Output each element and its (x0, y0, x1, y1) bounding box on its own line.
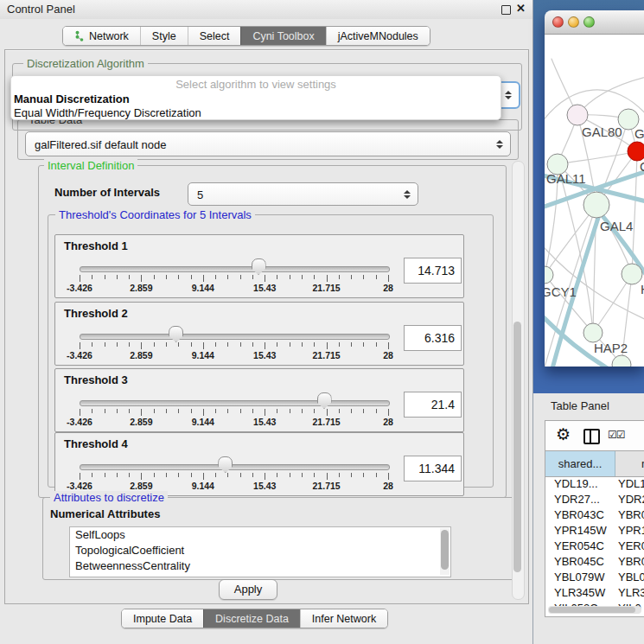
tick-mark (191, 409, 192, 413)
algorithm-option-manual-discretization[interactable]: Manual Discretization (14, 92, 130, 105)
table-row[interactable]: YPR145WYPR1 (545, 523, 644, 539)
threshold-panel-3: Threshold 3-3.4262.8599.14415.4321.71528… (54, 368, 464, 432)
cell-name: YLR3 (618, 585, 644, 601)
table-row[interactable]: YBR045CYBR0 (545, 554, 644, 570)
threshold-panel-1: Threshold 1-3.4262.8599.14415.4321.71528… (54, 234, 464, 298)
threshold-value-input[interactable]: 11.344 (404, 456, 462, 481)
threshold-value-input[interactable]: 6.316 (404, 325, 462, 351)
table-hscrollbar-thumb[interactable] (549, 607, 635, 613)
tick-mark (191, 473, 192, 477)
tick-label: -3.426 (67, 481, 92, 491)
list-item-selfloops[interactable]: SelfLoops (70, 527, 450, 543)
table-row[interactable]: YER054CYER0 (545, 539, 644, 554)
tab-impute-data[interactable]: Impute Data (122, 609, 203, 628)
cell-shared-name: YLR345W (554, 585, 605, 601)
tick-mark (388, 473, 389, 480)
network-node-hap2[interactable] (583, 323, 603, 342)
close-traffic-light-icon[interactable] (552, 16, 564, 28)
tick-mark (178, 473, 179, 477)
numerical-attributes-list[interactable]: SelfLoopsTopologicalCoefficientBetweenne… (69, 526, 451, 577)
tab-discretize-data[interactable]: Discretize Data (203, 609, 300, 628)
panel-scrollbar-thumb[interactable] (513, 322, 521, 572)
table-row[interactable]: YBR043CYBR0 (545, 507, 644, 523)
float-window-icon[interactable] (501, 5, 511, 15)
attributes-group-label: Attributes to discretize (50, 491, 168, 504)
network-node-label: GAL4 (600, 219, 633, 233)
tick-label: 15.43 (253, 481, 276, 491)
tick-mark (327, 342, 328, 349)
network-node-label: GCY1 (545, 284, 577, 299)
network-canvas[interactable]: GAL80GACGAL11GAL4GCY1HHAP2 (545, 35, 644, 367)
network-node-gcy1[interactable] (545, 266, 553, 284)
column-header-name[interactable]: n (615, 451, 644, 476)
column-header-shared-name[interactable]: shared... (545, 451, 615, 476)
tick-mark (290, 409, 290, 413)
threshold-slider-thumb[interactable] (317, 392, 332, 409)
tab-style[interactable]: Style (140, 27, 188, 45)
tab-select[interactable]: Select (188, 27, 241, 45)
tab-label: Style (152, 30, 176, 42)
select-columns-icon[interactable]: ☑☑ (608, 429, 625, 441)
network-node-gal4[interactable] (583, 192, 609, 218)
threshold-slider-track[interactable] (80, 400, 390, 406)
tab-infer-network[interactable]: Infer Network (300, 609, 387, 628)
threshold-slider-track[interactable] (80, 266, 390, 272)
threshold-slider-thumb[interactable] (252, 258, 266, 275)
tick-mark (290, 342, 290, 347)
table-horizontal-scrollbar[interactable] (548, 606, 641, 614)
tick-mark (388, 342, 389, 349)
close-icon[interactable]: ✕ (516, 2, 526, 15)
threshold-value-input[interactable]: 21.4 (404, 392, 462, 418)
minimize-traffic-light-icon[interactable] (568, 16, 579, 28)
network-node-c[interactable] (628, 142, 644, 161)
algorithm-option-equal-width-frequency-discretization[interactable]: Equal Width/Frequency Discretization (14, 106, 201, 119)
cell-shared-name: YER054C (554, 539, 604, 554)
tick-label: 21.715 (313, 350, 341, 360)
tick-mark (302, 342, 303, 347)
tick-label: 21.715 (313, 283, 341, 293)
tab-network[interactable]: Network (63, 27, 140, 45)
tab-jactivemnodules[interactable]: jActiveMNodules (326, 27, 430, 45)
network-window-titlebar[interactable] (545, 10, 644, 35)
threshold-panel-4: Threshold 4-3.4262.8599.14415.4321.71528… (54, 432, 464, 496)
tab-label: Discretize Data (215, 613, 289, 625)
network-node-gal80[interactable] (567, 105, 588, 125)
gear-icon[interactable]: ⚙ (556, 424, 571, 444)
table-row[interactable]: YDL19...YDL1 (545, 476, 644, 492)
tick-mark (166, 473, 167, 477)
tick-mark (80, 275, 80, 282)
list-item-topologicalcoefficient[interactable]: TopologicalCoefficient (70, 543, 450, 558)
panel-scrollbar[interactable] (512, 161, 525, 600)
tab-cyni-toolbox[interactable]: Cyni Toolbox (240, 27, 325, 45)
thresholds-group: Threshold's Coordinates for 5 Intervals … (48, 214, 494, 488)
tick-mark (252, 473, 253, 477)
slider-ticks (80, 342, 388, 350)
table-data-combobox[interactable]: galFiltered.sif default node (25, 131, 511, 156)
table-row[interactable]: YBL079WYBL0 (545, 570, 644, 585)
tick-label: 15.43 (253, 417, 276, 427)
tick-mark (191, 275, 192, 279)
threshold-value-input[interactable]: 14.713 (404, 258, 462, 284)
tick-mark (129, 473, 130, 477)
table-row[interactable]: YDR27...YDR2 (545, 492, 644, 507)
tick-mark (129, 342, 130, 347)
tick-mark (351, 275, 352, 279)
zoom-traffic-light-icon[interactable] (583, 16, 595, 28)
table-data-combobox-value: galFiltered.sif default node (35, 137, 166, 150)
threshold-slider-thumb[interactable] (169, 326, 183, 342)
list-scrollbar[interactable] (440, 528, 450, 575)
apply-button[interactable]: Apply (219, 579, 277, 600)
list-item-betweennesscentrality[interactable]: BetweennessCentrality (70, 558, 450, 574)
number-of-intervals-combobox[interactable]: 5 (188, 182, 418, 206)
threshold-slider-track[interactable] (80, 334, 390, 340)
tick-mark (339, 275, 340, 279)
table-row[interactable]: YLR345WYLR3 (545, 585, 644, 601)
tick-label: 2.859 (130, 417, 152, 427)
list-scrollbar-thumb[interactable] (441, 530, 449, 570)
tick-label: 15.43 (253, 283, 276, 293)
network-node-h[interactable] (622, 264, 642, 284)
threshold-slider-thumb[interactable] (218, 456, 233, 473)
threshold-slider-track[interactable] (80, 464, 390, 470)
column-layout-icon[interactable] (583, 429, 600, 444)
tick-label: -3.426 (67, 350, 92, 360)
